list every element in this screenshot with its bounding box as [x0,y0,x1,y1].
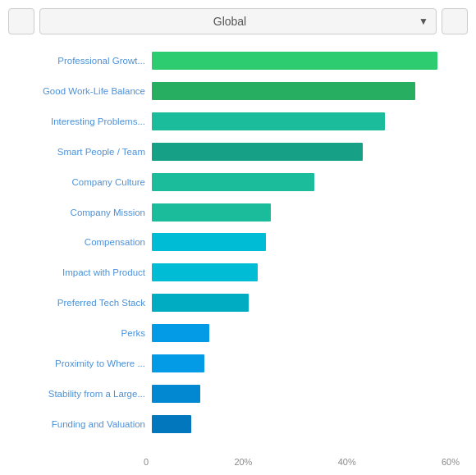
bar [152,263,258,281]
row-label: Funding and Valuation [16,419,152,429]
bar-area [152,200,460,225]
bar-area [152,139,460,164]
row-label: Smart People / Team [16,147,152,157]
chart-row: Compensation [16,230,460,254]
bar-area [152,351,460,376]
row-label: Company Mission [16,208,152,217]
bar-area [152,170,460,194]
chart-row: Perks [16,321,460,345]
chart-row: Impact with Product [16,260,460,285]
chart-row: Company Culture [16,170,460,194]
bar-area [152,109,460,134]
bar [152,203,271,222]
chart-row: Company Mission [16,200,460,225]
bar [152,233,266,251]
chart-row: Good Work-Life Balance [16,79,460,103]
bar-area [152,48,460,73]
axis-label: 40% [338,457,356,467]
row-label: Stability from a Large... [16,389,152,399]
row-label: Interesting Problems... [16,116,152,126]
chart-row: Funding and Valuation [16,412,460,436]
bar [152,324,209,342]
row-label: Company Culture [16,177,152,187]
bar [152,82,415,100]
bar-area [152,290,460,315]
chart-row: Stability from a Large... [16,381,460,406]
bar [152,294,249,312]
chart-container: Professional Growt...Good Work-Life Bala… [8,46,468,455]
axis-container: 020%40%60% [144,455,460,467]
axis-label: 20% [234,457,252,467]
bar-area [152,321,460,345]
row-label: Professional Growt... [16,56,152,66]
bar [152,143,363,161]
bar-area [152,260,460,285]
bar [152,354,204,372]
row-label: Compensation [16,237,152,247]
dropdown-wrapper: GlobalNorth AmericaEuropeAsia ▼ [39,8,437,34]
axis-label: 60% [442,457,460,467]
row-label: Proximity to Where ... [16,359,152,368]
bar [152,173,314,191]
chart-row: Interesting Problems... [16,109,460,134]
row-label: Preferred Tech Stack [16,298,152,308]
chart-row: Preferred Tech Stack [16,290,460,315]
axis-label: 0 [144,457,149,467]
row-label: Good Work-Life Balance [16,86,152,96]
row-label: Impact with Product [16,267,152,277]
chart-row: Smart People / Team [16,139,460,164]
prev-button[interactable] [8,8,34,34]
next-button[interactable] [442,8,468,34]
region-dropdown[interactable]: GlobalNorth AmericaEuropeAsia [39,8,437,34]
bar-area [152,230,460,254]
chart-wrapper: Professional Growt...Good Work-Life Bala… [8,46,468,467]
bar [152,385,200,403]
bar [152,112,385,130]
chart-row: Proximity to Where ... [16,351,460,376]
bar-area [152,412,460,436]
bar [152,415,191,433]
top-bar: GlobalNorth AmericaEuropeAsia ▼ [8,8,468,34]
bar-area [152,381,460,406]
row-label: Perks [16,328,152,338]
chart-row: Professional Growt... [16,48,460,73]
bar [152,52,437,70]
bar-area [152,79,460,103]
